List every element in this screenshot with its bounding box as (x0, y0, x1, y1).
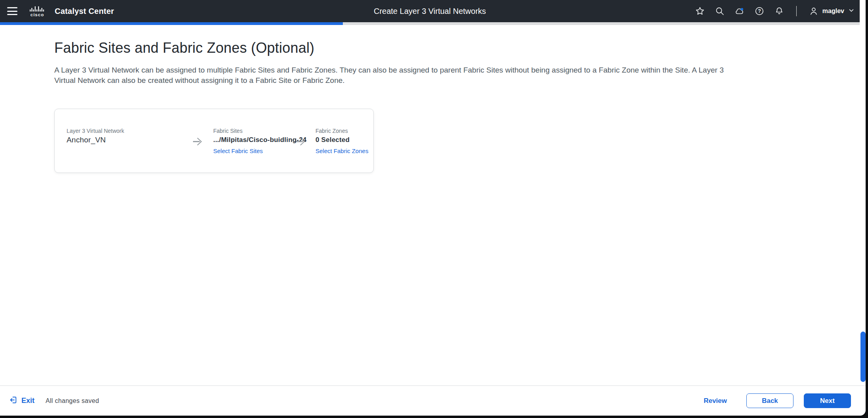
fabric-zones-label: Fabric Zones (315, 127, 368, 134)
cloud-icon[interactable] (734, 6, 745, 16)
back-button[interactable]: Back (746, 393, 793, 408)
vn-label: Layer 3 Virtual Network (67, 127, 124, 134)
wizard-title: Create Layer 3 Virtual Networks (374, 7, 486, 16)
select-fabric-sites-link[interactable]: Select Fabric Sites (213, 147, 263, 155)
arrow-right-icon (193, 136, 205, 148)
fabric-zones-column: Fabric Zones 0 Selected Select Fabric Zo… (315, 127, 368, 155)
help-icon[interactable]: ? (754, 6, 765, 16)
exit-door-icon (9, 395, 18, 406)
app-window: cisco Catalyst Center Create Layer 3 Vir… (0, 0, 866, 416)
wizard-footer: Exit All changes saved Review Back Next (0, 385, 866, 416)
chevron-down-icon (848, 7, 855, 15)
exit-label: Exit (21, 397, 34, 405)
select-fabric-zones-link[interactable]: Select Fabric Zones (315, 147, 368, 155)
wizard-progress-track (0, 22, 860, 25)
header-right-group: ? maglev (695, 6, 855, 16)
footer-left-group: Exit All changes saved (9, 395, 99, 406)
fabric-zones-value: 0 Selected (315, 136, 368, 144)
page-description: A Layer 3 Virtual Network can be assigne… (54, 65, 724, 86)
user-icon (809, 6, 819, 16)
scrollbar-thumb[interactable] (860, 332, 866, 382)
product-name: Catalyst Center (55, 7, 114, 16)
menu-icon[interactable] (7, 7, 17, 15)
fabric-sites-value: .../Milpitas/Cisco-buidling-24 (213, 136, 307, 144)
arrow-right-icon (296, 136, 308, 148)
wizard-progress-fill (0, 22, 343, 25)
username-label: maglev (822, 8, 844, 15)
virtual-network-card: Layer 3 Virtual Network Anchor_VN Fabric… (54, 109, 374, 173)
exit-button[interactable]: Exit (9, 395, 34, 406)
top-header-bar: cisco Catalyst Center Create Layer 3 Vir… (0, 0, 860, 22)
next-button[interactable]: Next (804, 393, 851, 408)
cisco-logo: cisco (28, 5, 47, 17)
header-divider (796, 6, 797, 16)
fabric-sites-label: Fabric Sites (213, 127, 307, 134)
footer-right-group: Review Back Next (704, 393, 851, 408)
bell-icon[interactable] (774, 6, 784, 16)
layer3-vn-column: Layer 3 Virtual Network Anchor_VN (67, 127, 124, 144)
svg-text:?: ? (758, 8, 761, 14)
page-title: Fabric Sites and Fabric Zones (Optional) (54, 40, 866, 56)
vn-value: Anchor_VN (67, 136, 124, 144)
review-button[interactable]: Review (704, 397, 727, 405)
main-content: Fabric Sites and Fabric Zones (Optional)… (0, 40, 866, 173)
cloud-status-dot (741, 8, 743, 10)
header-left-group: cisco Catalyst Center (7, 5, 114, 17)
search-icon[interactable] (715, 6, 725, 16)
svg-text:cisco: cisco (31, 12, 44, 17)
star-icon[interactable] (695, 6, 705, 16)
save-status-text: All changes saved (46, 397, 99, 405)
fabric-sites-column: Fabric Sites .../Milpitas/Cisco-buidling… (213, 127, 307, 155)
user-menu[interactable]: maglev (809, 6, 855, 16)
